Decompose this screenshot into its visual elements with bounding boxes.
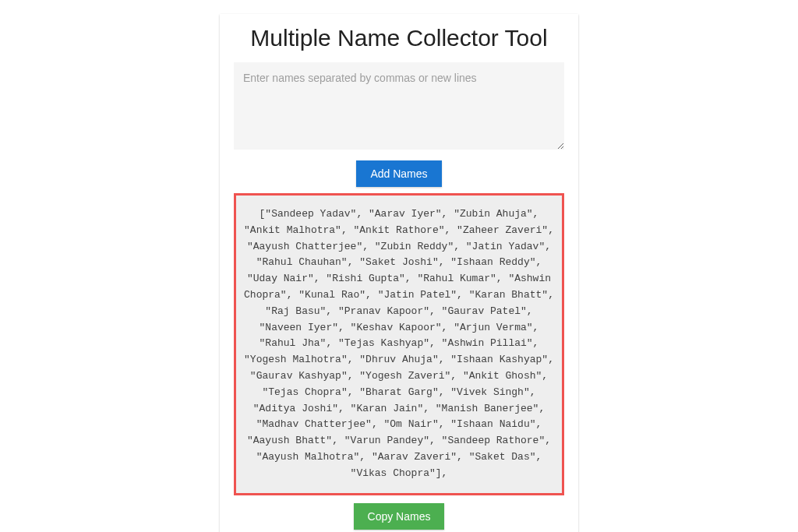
add-button-row: Add Names <box>234 160 564 187</box>
add-names-button[interactable]: Add Names <box>356 160 441 187</box>
copy-button-row: Copy Names <box>234 503 564 530</box>
names-input[interactable] <box>234 62 564 150</box>
page-title: Multiple Name Collector Tool <box>234 25 564 51</box>
copy-names-button[interactable]: Copy Names <box>354 503 445 530</box>
names-output-box: ["Sandeep Yadav", "Aarav Iyer", "Zubin A… <box>234 193 564 495</box>
main-card: Multiple Name Collector Tool Add Names [… <box>220 14 578 532</box>
